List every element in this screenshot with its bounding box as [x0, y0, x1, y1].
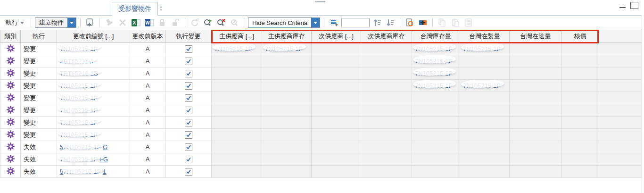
part-number-link[interactable]: 7N105215-1P — [60, 119, 98, 126]
column-header-2[interactable]: 執行 — [21, 30, 57, 43]
part-number-link[interactable]: 7N105215-1P — [60, 94, 98, 101]
select-rows-icon[interactable] — [328, 17, 339, 28]
version-cell: A — [130, 67, 165, 80]
create-object-button[interactable]: 建立物件 — [35, 17, 76, 28]
second-supplier-cell — [312, 80, 361, 92]
column-header-9[interactable]: 次供應商庫存 — [361, 30, 412, 43]
find-in-table-icon[interactable] — [404, 17, 415, 28]
number-cell: 7N105215-1P — [57, 80, 130, 92]
main-supplier-cell-link[interactable]: 7N105215-1P — [215, 45, 252, 52]
execute-change-checkbox[interactable] — [185, 82, 192, 90]
taiwan-wip-cell-link[interactable]: 7N105215-1P — [463, 45, 501, 52]
main-supplier-stock-cell — [262, 141, 312, 153]
column-header-13[interactable]: 核價 — [561, 30, 599, 43]
clear-search-icon[interactable] — [215, 17, 227, 28]
column-header-5[interactable]: 執行變更 — [165, 30, 212, 43]
execute-change-checkbox[interactable] — [185, 168, 192, 176]
execute-change-checkbox[interactable] — [185, 58, 192, 65]
unlock-icon — [170, 17, 181, 28]
action-cell: 變更 — [21, 129, 57, 141]
column-header-4[interactable]: 更改前版本 — [130, 30, 165, 43]
version-cell: A — [130, 43, 165, 55]
execute-change-checkbox[interactable] — [185, 131, 192, 139]
execute-change-checkbox[interactable] — [185, 70, 192, 77]
part-number-link[interactable]: 7N105215-1P — [63, 143, 101, 151]
part-number-suffix[interactable]: I-G — [99, 156, 108, 163]
column-header-8[interactable]: 次供應商 [...] — [312, 30, 361, 43]
second-supplier-cell — [312, 166, 361, 178]
column-header-6[interactable]: 主供應商 [...] — [212, 30, 262, 43]
second-supplier-stock-cell — [361, 141, 412, 153]
execute-change-checkbox[interactable] — [185, 119, 192, 126]
gear-icon — [7, 69, 15, 77]
second-supplier-cell — [312, 129, 361, 141]
part-number-suffix[interactable]: 1 — [103, 168, 106, 175]
part-number-link[interactable]: 7RT65216-2B — [60, 70, 98, 77]
second-supplier-cell — [312, 55, 361, 67]
search-criteria-combobox[interactable]: Hide Search Criteria — [248, 17, 320, 28]
taiwan-stock-cell-link[interactable]: 7N105215-1P — [415, 58, 453, 65]
taiwan-wip-cell-link[interactable]: 7N105215-1P — [463, 82, 501, 89]
category-cell — [0, 117, 21, 129]
taiwan-stock-cell-link[interactable]: 7N105215-1P — [415, 82, 453, 89]
execute-change-checkbox[interactable] — [185, 45, 192, 53]
column-header-12[interactable]: 台灣在途量 — [510, 30, 561, 43]
tab-affected-objects[interactable]: 受影響物件 — [112, 2, 158, 16]
part-number-link[interactable]: 7N105215-1P — [60, 82, 98, 89]
row-filter-input[interactable] — [341, 18, 370, 27]
tab-strip: 受影響物件 : — [0, 0, 644, 16]
main-supplier-cell — [212, 129, 262, 141]
second-supplier-stock-cell — [361, 43, 412, 55]
taiwan-stock-cell-link[interactable]: 7N105215-1P — [415, 45, 453, 52]
execute-change-cell — [165, 129, 212, 141]
taiwan-stock-cell: 7N105215-1P — [412, 67, 460, 80]
part-number-suffix[interactable]: G — [103, 143, 107, 151]
column-header-1[interactable]: 類別 — [0, 30, 21, 43]
execute-change-cell — [165, 104, 212, 117]
empty-cell — [599, 153, 642, 166]
second-supplier-cell — [312, 141, 361, 153]
execute-change-checkbox[interactable] — [185, 156, 192, 163]
main-supplier-stock-cell-link[interactable]: 7N105215-1P — [265, 45, 303, 52]
second-supplier-stock-cell — [361, 166, 412, 178]
execute-change-checkbox[interactable] — [185, 94, 192, 102]
combine-view-icon[interactable] — [417, 17, 429, 28]
execute-menu-button[interactable]: 執行 — [3, 17, 27, 28]
part-number-link[interactable]: 2RT65215-1 — [60, 58, 94, 65]
minimize-icon[interactable] — [619, 7, 626, 8]
export-word-icon[interactable]: W — [143, 17, 155, 28]
number-cell: 7N105215-1P — [57, 92, 130, 104]
execute-change-checkbox[interactable] — [185, 107, 192, 114]
execute-change-checkbox[interactable] — [185, 143, 192, 151]
gear-icon — [7, 130, 15, 138]
main-supplier-stock-cell — [262, 166, 312, 178]
second-supplier-stock-cell — [361, 153, 412, 166]
restore-icon[interactable] — [630, 2, 638, 9]
svg-text:W: W — [145, 20, 150, 25]
reset-search-icon — [189, 17, 200, 28]
taiwan-stock-cell-link[interactable]: 7N105215-1P — [415, 70, 453, 77]
part-number-link[interactable]: 7N105215-1P — [63, 168, 101, 175]
column-header-11[interactable]: 台灣在製量 — [460, 30, 510, 43]
number-cell: 7N105215-1P — [57, 129, 130, 141]
export-excel-icon[interactable]: X — [130, 17, 141, 28]
part-number-link[interactable]: 7N105215-1P — [60, 45, 98, 52]
sort-descending-icon[interactable] — [385, 17, 396, 28]
create-object-dropdown[interactable] — [67, 18, 76, 27]
add-object-icon[interactable] — [84, 17, 96, 28]
price-cell — [561, 92, 599, 104]
execute-change-cell — [165, 117, 212, 129]
column-header-7[interactable]: 主供應商庫存 — [262, 30, 312, 43]
column-header-10[interactable]: 台灣庫存量 — [412, 30, 460, 43]
version-cell: A — [130, 104, 165, 117]
create-object-label: 建立物件 — [35, 18, 67, 27]
run-search-icon[interactable] — [202, 17, 214, 28]
table-row: 變更2RT65215-1A7N105215-1P — [0, 55, 642, 67]
part-number-link[interactable]: 7N105215-1P — [60, 156, 98, 163]
execute-change-cell — [165, 67, 212, 80]
search-criteria-dropdown[interactable] — [311, 18, 320, 27]
column-header-3[interactable]: 更改前編號 [...] — [57, 30, 130, 43]
part-number-link[interactable]: 7N105215-1P — [60, 107, 98, 114]
sort-ascending-icon[interactable] — [372, 17, 383, 28]
part-number-link[interactable]: 7N105215-1P — [60, 131, 98, 138]
